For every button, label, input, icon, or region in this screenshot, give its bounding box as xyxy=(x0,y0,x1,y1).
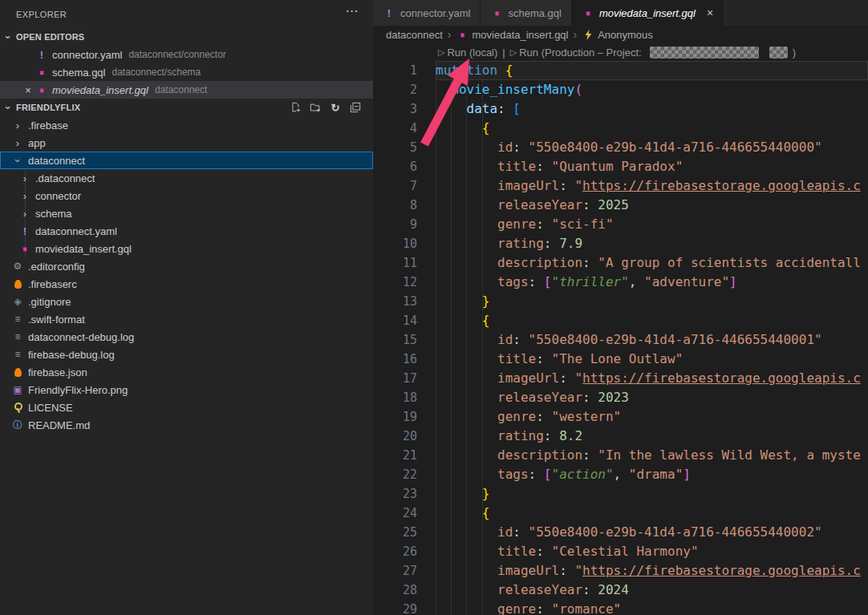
line-number: 6 xyxy=(373,157,417,176)
code-line-2[interactable]: 2 movie_insertMany( xyxy=(373,80,868,99)
code-line-14[interactable]: 14 { xyxy=(373,311,868,330)
close-icon[interactable]: × xyxy=(21,84,35,96)
line-number: 19 xyxy=(373,407,417,427)
open-editors-header[interactable]: › OPEN EDITORS xyxy=(0,28,373,46)
line-number: 21 xyxy=(373,446,417,465)
code-line-20[interactable]: 20 rating: 8.2 xyxy=(373,427,868,446)
tree-item-readme-md[interactable]: ⓘREADME.md xyxy=(0,416,373,434)
breadcrumb-item-dataconnect[interactable]: dataconnect xyxy=(386,29,443,41)
log-icon: ≡ xyxy=(11,313,24,326)
tree-item-dataconnect[interactable]: ›.dataconnect xyxy=(0,169,373,187)
codelens-separator: | xyxy=(502,47,505,59)
new-file-icon[interactable] xyxy=(289,101,302,114)
code-line-1[interactable]: 1mutation { xyxy=(373,61,868,80)
tree-item-dataconnect-yaml[interactable]: !dataconnect.yaml xyxy=(0,222,373,240)
graphql-icon xyxy=(35,66,48,79)
more-actions-icon[interactable]: ⋯ xyxy=(346,3,359,18)
tree-item-firebase-json[interactable]: firebase.json xyxy=(0,363,373,381)
bang-icon: ! xyxy=(383,6,395,19)
line-number: 24 xyxy=(373,504,417,523)
tree-item-gitignore[interactable]: ◈.gitignore xyxy=(0,293,373,310)
code-line-21[interactable]: 21 description: "In the lawless Wild Wes… xyxy=(373,446,868,465)
close-icon[interactable]: × xyxy=(707,6,713,19)
tree-item-firebaserc[interactable]: .firebaserc xyxy=(0,275,373,293)
run-production-link[interactable]: ▷ Run (Production – Project: xyxy=(510,47,642,59)
open-editor-connector-yaml[interactable]: !connector.yamldataconnect/connector xyxy=(0,46,373,63)
project-section-header[interactable]: › FRIENDLYFLIX ↻ xyxy=(0,99,373,116)
tree-item-connector[interactable]: ›connector xyxy=(0,187,373,204)
code-line-22[interactable]: 22 tags: ["action", "drama"] xyxy=(373,465,868,484)
code-line-26[interactable]: 26 title: "Celestial Harmony" xyxy=(373,542,868,561)
tab-schema-gql[interactable]: schema.gql xyxy=(481,0,571,26)
code-line-10[interactable]: 10 rating: 7.9 xyxy=(373,234,868,253)
tree-item-moviedata-insert-gql[interactable]: moviedata_insert.gql xyxy=(0,240,373,257)
code-line-25[interactable]: 25 id: "550e8400-e29b-41d4-a716-44665544… xyxy=(373,523,868,542)
tree-item-editorconfig[interactable]: ⚙.editorconfig xyxy=(0,257,373,275)
code-line-13[interactable]: 13 } xyxy=(373,292,868,311)
breadcrumb-item-moviedata-insert-gql[interactable]: moviedata_insert.gql xyxy=(456,28,569,41)
code-line-11[interactable]: 11 description: "A group of scientists a… xyxy=(373,253,868,273)
code-line-4[interactable]: 4 { xyxy=(373,119,868,138)
code-line-19[interactable]: 19 genre: "western" xyxy=(373,407,868,427)
tree-item-dataconnect[interactable]: ›dataconnect xyxy=(0,152,373,169)
refresh-icon[interactable]: ↻ xyxy=(329,101,342,114)
code-line-17[interactable]: 17 imageUrl: "https://firebasestorage.go… xyxy=(373,369,868,388)
line-number: 11 xyxy=(373,253,417,273)
tab-label: moviedata_insert.gql xyxy=(599,7,696,19)
tree-item-friendlyflix-hero-png[interactable]: ▣FriendlyFlix-Hero.png xyxy=(0,381,373,399)
tree-item-license[interactable]: LICENSE xyxy=(0,399,373,416)
code-line-23[interactable]: 23 } xyxy=(373,484,868,504)
tab-moviedata-insert-gql[interactable]: moviedata_insert.gql× xyxy=(572,0,724,26)
code-line-6[interactable]: 6 title: "Quantum Paradox" xyxy=(373,157,868,176)
code-line-3[interactable]: 3 data: [ xyxy=(373,99,868,119)
tab-connector-yaml[interactable]: !connector.yaml xyxy=(373,0,481,26)
item-label: .gitignore xyxy=(28,296,71,308)
code-line-7[interactable]: 7 imageUrl: "https://firebasestorage.goo… xyxy=(373,176,868,196)
code-text: imageUrl: "https://firebasestorage.googl… xyxy=(436,369,861,388)
line-number: 7 xyxy=(373,176,417,196)
line-number: 1 xyxy=(373,61,417,80)
code-line-24[interactable]: 24 { xyxy=(373,504,868,523)
code-line-28[interactable]: 28 releaseYear: 2024 xyxy=(373,581,868,600)
line-number: 4 xyxy=(373,119,417,138)
code-line-29[interactable]: 29 genre: "romance" xyxy=(373,600,868,615)
run-local-link[interactable]: ▷ Run (local) xyxy=(438,47,497,59)
item-label: dataconnect.yaml xyxy=(35,225,117,237)
breadcrumb-item-anonymous[interactable]: Anonymous xyxy=(582,28,653,41)
breadcrumb: dataconnect›moviedata_insert.gql›Anonymo… xyxy=(373,26,868,43)
line-number: 28 xyxy=(373,581,417,600)
chevron-down-icon: › xyxy=(2,101,14,114)
open-editors-list: !connector.yamldataconnect/connectorsche… xyxy=(0,46,373,99)
new-folder-icon[interactable] xyxy=(309,101,322,114)
code-line-16[interactable]: 16 title: "The Lone Outlaw" xyxy=(373,350,868,369)
tree-item-firebase[interactable]: ›.firebase xyxy=(0,116,373,134)
line-number: 20 xyxy=(373,427,417,446)
tree-item-schema[interactable]: ›schema xyxy=(0,204,373,222)
code-line-15[interactable]: 15 id: "550e8400-e29b-41d4-a716-44665544… xyxy=(373,330,868,350)
open-editor-moviedata-insert-gql[interactable]: ×moviedata_insert.gqldataconnect xyxy=(0,81,373,99)
code-line-9[interactable]: 9 genre: "sci-fi" xyxy=(373,215,868,234)
code-text: genre: "sci-fi" xyxy=(436,215,614,234)
tab-bar: !connector.yamlschema.gqlmoviedata_inser… xyxy=(373,0,868,26)
line-number: 2 xyxy=(373,80,417,99)
graphql-icon xyxy=(582,6,594,19)
chevron-right-icon: › xyxy=(11,119,24,131)
code-line-27[interactable]: 27 imageUrl: "https://firebasestorage.go… xyxy=(373,561,868,581)
code-line-18[interactable]: 18 releaseYear: 2023 xyxy=(373,388,868,407)
tree-item-app[interactable]: ›app xyxy=(0,134,373,152)
code-text: { xyxy=(436,504,489,523)
paren-close: ) xyxy=(793,47,796,59)
chevron-right-icon: › xyxy=(11,137,24,149)
code-editor[interactable]: 1mutation {2 movie_insertMany(3 data: [4… xyxy=(373,61,868,615)
open-editor-schema-gql[interactable]: schema.gqldataconnect/schema xyxy=(0,63,373,81)
code-text: data: [ xyxy=(436,99,521,119)
file-name: moviedata_insert.gql xyxy=(52,84,148,96)
code-line-8[interactable]: 8 releaseYear: 2025 xyxy=(373,196,868,215)
collapse-all-icon[interactable] xyxy=(349,101,362,114)
tree-item-swift-format[interactable]: ≡.swift-format xyxy=(0,310,373,328)
code-line-5[interactable]: 5 id: "550e8400-e29b-41d4-a716-446655440… xyxy=(373,138,868,157)
code-line-12[interactable]: 12 tags: ["thriller", "adventure"] xyxy=(373,273,868,292)
tree-item-dataconnect-debug-log[interactable]: ≡dataconnect-debug.log xyxy=(0,328,373,346)
tree-item-firebase-debug-log[interactable]: ≡firebase-debug.log xyxy=(0,346,373,363)
code-text: id: "550e8400-e29b-41d4-a716-44665544000… xyxy=(436,330,822,350)
